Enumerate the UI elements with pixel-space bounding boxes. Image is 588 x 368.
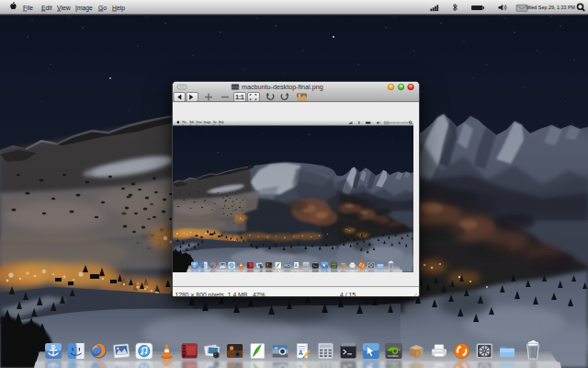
svg-text:4 / 15: 4 / 15 <box>340 292 356 297</box>
svg-text:1:1: 1:1 <box>235 94 244 100</box>
svg-text:macbuntu-desktop-final.png: macbuntu-desktop-final.png <box>242 83 323 91</box>
svg-text:1280 × 800 pixels 1.4 MB 42: 1280 × 800 pixels 1.4 MB 42% <box>175 292 266 297</box>
